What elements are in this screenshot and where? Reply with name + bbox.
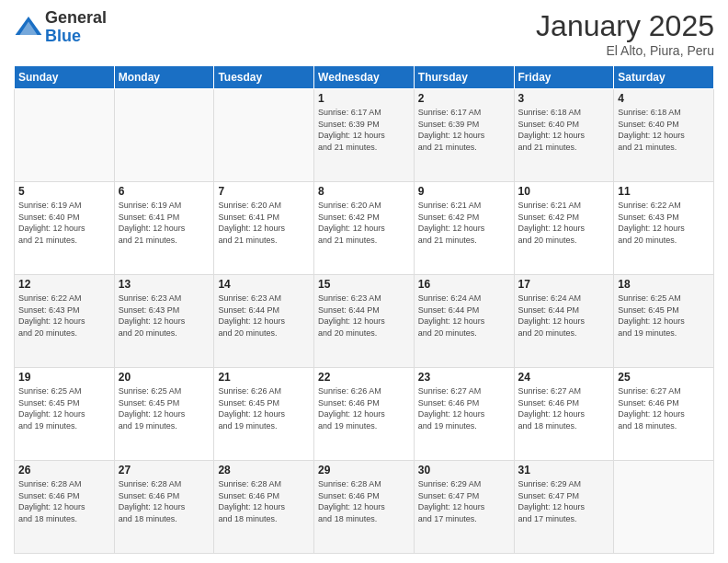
week-row-2: 12Sunrise: 6:22 AM Sunset: 6:43 PM Dayli…: [15, 275, 714, 368]
day-info: Sunrise: 6:25 AM Sunset: 6:45 PM Dayligh…: [119, 385, 210, 431]
day-info: Sunrise: 6:18 AM Sunset: 6:40 PM Dayligh…: [518, 107, 610, 153]
day-cell: 21Sunrise: 6:26 AM Sunset: 6:45 PM Dayli…: [214, 368, 314, 461]
day-info: Sunrise: 6:21 AM Sunset: 6:42 PM Dayligh…: [518, 200, 610, 246]
week-row-1: 5Sunrise: 6:19 AM Sunset: 6:40 PM Daylig…: [15, 182, 714, 275]
day-cell: 18Sunrise: 6:25 AM Sunset: 6:45 PM Dayli…: [614, 275, 714, 368]
day-cell: 12Sunrise: 6:22 AM Sunset: 6:43 PM Dayli…: [15, 275, 115, 368]
day-info: Sunrise: 6:29 AM Sunset: 6:47 PM Dayligh…: [418, 478, 510, 524]
day-info: Sunrise: 6:22 AM Sunset: 6:43 PM Dayligh…: [18, 293, 110, 339]
day-number: 26: [18, 464, 110, 477]
day-number: 7: [218, 185, 310, 198]
day-cell: [614, 461, 714, 554]
day-info: Sunrise: 6:28 AM Sunset: 6:46 PM Dayligh…: [119, 478, 210, 524]
day-number: 30: [418, 464, 510, 477]
day-cell: 8Sunrise: 6:20 AM Sunset: 6:42 PM Daylig…: [314, 182, 415, 275]
day-info: Sunrise: 6:17 AM Sunset: 6:39 PM Dayligh…: [318, 107, 410, 153]
header-day-saturday: Saturday: [614, 66, 714, 89]
header-day-wednesday: Wednesday: [314, 66, 415, 89]
day-cell: 14Sunrise: 6:23 AM Sunset: 6:44 PM Dayli…: [214, 275, 314, 368]
day-number: 13: [119, 278, 210, 291]
location: El Alto, Piura, Peru: [536, 43, 714, 58]
day-info: Sunrise: 6:20 AM Sunset: 6:41 PM Dayligh…: [218, 200, 310, 246]
day-cell: 4Sunrise: 6:18 AM Sunset: 6:40 PM Daylig…: [614, 89, 714, 182]
header-day-tuesday: Tuesday: [214, 66, 314, 89]
day-number: 12: [18, 278, 110, 291]
day-info: Sunrise: 6:17 AM Sunset: 6:39 PM Dayligh…: [418, 107, 510, 153]
day-number: 19: [18, 371, 110, 384]
day-number: 6: [119, 185, 210, 198]
day-info: Sunrise: 6:19 AM Sunset: 6:40 PM Dayligh…: [18, 200, 110, 246]
day-number: 11: [618, 185, 710, 198]
day-cell: 15Sunrise: 6:23 AM Sunset: 6:44 PM Dayli…: [314, 275, 415, 368]
day-info: Sunrise: 6:28 AM Sunset: 6:46 PM Dayligh…: [318, 478, 410, 524]
day-cell: 30Sunrise: 6:29 AM Sunset: 6:47 PM Dayli…: [414, 461, 514, 554]
day-cell: 7Sunrise: 6:20 AM Sunset: 6:41 PM Daylig…: [214, 182, 314, 275]
day-cell: 26Sunrise: 6:28 AM Sunset: 6:46 PM Dayli…: [15, 461, 115, 554]
day-cell: 2Sunrise: 6:17 AM Sunset: 6:39 PM Daylig…: [414, 89, 514, 182]
day-info: Sunrise: 6:27 AM Sunset: 6:46 PM Dayligh…: [618, 385, 710, 431]
logo-icon: [14, 13, 43, 42]
day-info: Sunrise: 6:24 AM Sunset: 6:44 PM Dayligh…: [418, 293, 510, 339]
day-cell: 10Sunrise: 6:21 AM Sunset: 6:42 PM Dayli…: [514, 182, 614, 275]
day-info: Sunrise: 6:27 AM Sunset: 6:46 PM Dayligh…: [418, 385, 510, 431]
day-cell: 19Sunrise: 6:25 AM Sunset: 6:45 PM Dayli…: [15, 368, 115, 461]
header-day-friday: Friday: [514, 66, 614, 89]
logo: General Blue: [14, 9, 107, 46]
day-number: 15: [318, 278, 410, 291]
day-info: Sunrise: 6:19 AM Sunset: 6:41 PM Dayligh…: [119, 200, 210, 246]
day-info: Sunrise: 6:25 AM Sunset: 6:45 PM Dayligh…: [618, 293, 710, 339]
day-number: 14: [218, 278, 310, 291]
day-info: Sunrise: 6:26 AM Sunset: 6:45 PM Dayligh…: [218, 385, 310, 431]
calendar-body: 1Sunrise: 6:17 AM Sunset: 6:39 PM Daylig…: [15, 89, 714, 554]
day-info: Sunrise: 6:27 AM Sunset: 6:46 PM Dayligh…: [518, 385, 610, 431]
day-info: Sunrise: 6:23 AM Sunset: 6:43 PM Dayligh…: [119, 293, 210, 339]
day-number: 20: [119, 371, 210, 384]
day-cell: 28Sunrise: 6:28 AM Sunset: 6:46 PM Dayli…: [214, 461, 314, 554]
day-cell: 6Sunrise: 6:19 AM Sunset: 6:41 PM Daylig…: [114, 182, 214, 275]
day-number: 23: [418, 371, 510, 384]
page: General Blue January 2025 El Alto, Piura…: [0, 0, 728, 563]
day-cell: 13Sunrise: 6:23 AM Sunset: 6:43 PM Dayli…: [114, 275, 214, 368]
header-day-thursday: Thursday: [414, 66, 514, 89]
month-title: January 2025: [536, 9, 714, 43]
day-info: Sunrise: 6:21 AM Sunset: 6:42 PM Dayligh…: [418, 200, 510, 246]
title-section: January 2025 El Alto, Piura, Peru: [536, 9, 714, 58]
header-day-monday: Monday: [114, 66, 214, 89]
day-cell: 3Sunrise: 6:18 AM Sunset: 6:40 PM Daylig…: [514, 89, 614, 182]
day-info: Sunrise: 6:25 AM Sunset: 6:45 PM Dayligh…: [18, 385, 110, 431]
day-cell: 11Sunrise: 6:22 AM Sunset: 6:43 PM Dayli…: [614, 182, 714, 275]
day-cell: 1Sunrise: 6:17 AM Sunset: 6:39 PM Daylig…: [314, 89, 415, 182]
day-cell: 31Sunrise: 6:29 AM Sunset: 6:47 PM Dayli…: [514, 461, 614, 554]
week-row-3: 19Sunrise: 6:25 AM Sunset: 6:45 PM Dayli…: [15, 368, 714, 461]
day-info: Sunrise: 6:28 AM Sunset: 6:46 PM Dayligh…: [218, 478, 310, 524]
day-number: 1: [318, 92, 410, 105]
day-number: 24: [518, 371, 610, 384]
day-number: 27: [119, 464, 210, 477]
week-row-0: 1Sunrise: 6:17 AM Sunset: 6:39 PM Daylig…: [15, 89, 714, 182]
day-info: Sunrise: 6:22 AM Sunset: 6:43 PM Dayligh…: [618, 200, 710, 246]
day-cell: 9Sunrise: 6:21 AM Sunset: 6:42 PM Daylig…: [414, 182, 514, 275]
day-info: Sunrise: 6:26 AM Sunset: 6:46 PM Dayligh…: [318, 385, 410, 431]
day-number: 21: [218, 371, 310, 384]
day-number: 18: [618, 278, 710, 291]
day-number: 25: [618, 371, 710, 384]
day-number: 8: [318, 185, 410, 198]
day-number: 22: [318, 371, 410, 384]
day-cell: 24Sunrise: 6:27 AM Sunset: 6:46 PM Dayli…: [514, 368, 614, 461]
day-cell: 16Sunrise: 6:24 AM Sunset: 6:44 PM Dayli…: [414, 275, 514, 368]
day-cell: 22Sunrise: 6:26 AM Sunset: 6:46 PM Dayli…: [314, 368, 415, 461]
day-number: 28: [218, 464, 310, 477]
day-number: 29: [318, 464, 410, 477]
calendar: SundayMondayTuesdayWednesdayThursdayFrid…: [14, 65, 714, 554]
day-cell: 5Sunrise: 6:19 AM Sunset: 6:40 PM Daylig…: [15, 182, 115, 275]
day-number: 10: [518, 185, 610, 198]
header-row: SundayMondayTuesdayWednesdayThursdayFrid…: [15, 66, 714, 89]
day-info: Sunrise: 6:24 AM Sunset: 6:44 PM Dayligh…: [518, 293, 610, 339]
day-number: 9: [418, 185, 510, 198]
day-cell: [114, 89, 214, 182]
day-cell: 23Sunrise: 6:27 AM Sunset: 6:46 PM Dayli…: [414, 368, 514, 461]
day-info: Sunrise: 6:20 AM Sunset: 6:42 PM Dayligh…: [318, 200, 410, 246]
header-day-sunday: Sunday: [15, 66, 115, 89]
day-cell: [214, 89, 314, 182]
day-number: 2: [418, 92, 510, 105]
